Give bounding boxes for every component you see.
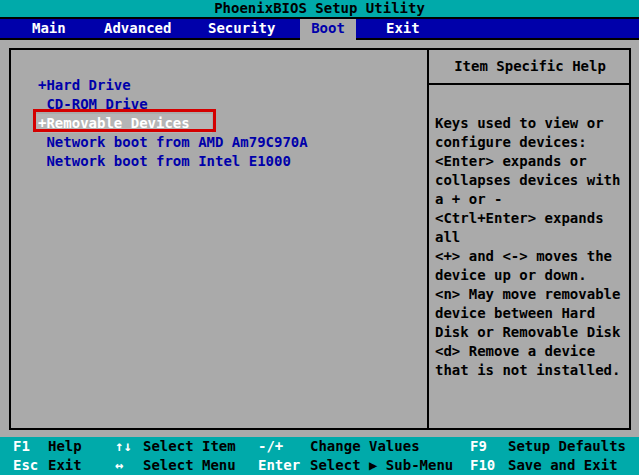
- help-line: a + or -: [435, 190, 629, 209]
- help-line: device between Hard: [435, 304, 629, 323]
- help-line: all: [435, 228, 629, 247]
- help-line: configure devices:: [435, 133, 629, 152]
- label-help: Help: [48, 437, 82, 456]
- help-line: Disk or Removable Disk: [435, 323, 629, 342]
- key-f10: F10: [470, 456, 495, 475]
- label-exit: Exit: [48, 456, 82, 475]
- help-line: collapses devices with: [435, 171, 629, 190]
- label-save-and-exit: Save and Exit: [508, 456, 618, 475]
- menu-item-security[interactable]: Security: [208, 19, 275, 38]
- label-select-item: Select Item: [143, 437, 236, 456]
- help-line: that is not installed.: [435, 361, 629, 380]
- menu-item-advanced[interactable]: Advanced: [104, 19, 171, 38]
- boot-item-hard-drive[interactable]: +Hard Drive: [11, 76, 421, 95]
- annotation-highlight-box: [33, 109, 216, 132]
- help-panel-text: Keys used to view or configure devices: …: [435, 114, 629, 380]
- key-legend-bar: F1 Help ↑↓ Select Item -/+ Change Values…: [0, 437, 639, 475]
- help-line: <d> Remove a device: [435, 342, 629, 361]
- help-line: device up or down.: [435, 266, 629, 285]
- bios-screen: PhoenixBIOS Setup Utility Main Advanced …: [0, 0, 639, 475]
- key-f1: F1: [13, 437, 30, 456]
- boot-item-network-amd[interactable]: Network boot from AMD Am79C970A: [11, 133, 421, 152]
- help-line: <Enter> expands or: [435, 152, 629, 171]
- key-esc: Esc: [13, 456, 38, 475]
- menu-bar: Main Advanced Security Boot Exit: [0, 19, 639, 40]
- help-line: <Ctrl+Enter> expands: [435, 209, 629, 228]
- legend-row-2: Esc Exit ↔ Select Menu Enter Select ▶ Su…: [0, 456, 639, 475]
- help-line: <n> May move removable: [435, 285, 629, 304]
- page-title: PhoenixBIOS Setup Utility: [214, 0, 425, 16]
- key-minus-plus: -/+: [258, 437, 283, 456]
- legend-row-1: F1 Help ↑↓ Select Item -/+ Change Values…: [0, 437, 639, 456]
- menu-item-main[interactable]: Main: [32, 19, 66, 38]
- menu-item-boot-selected[interactable]: Boot: [300, 19, 356, 40]
- menu-item-exit[interactable]: Exit: [386, 19, 420, 38]
- label-change-values: Change Values: [310, 437, 420, 456]
- help-line: Keys used to view or: [435, 114, 629, 133]
- help-heading-divider: [429, 83, 631, 85]
- key-enter: Enter: [258, 456, 300, 475]
- key-leftright-icon: ↔: [115, 456, 123, 475]
- key-f9: F9: [470, 437, 487, 456]
- label-select-menu: Select Menu: [143, 456, 236, 475]
- label-select-submenu: Select ▶ Sub-Menu: [310, 456, 453, 475]
- title-bar: PhoenixBIOS Setup Utility: [0, 0, 639, 19]
- help-panel-heading: Item Specific Help: [429, 50, 631, 83]
- boot-item-network-intel[interactable]: Network boot from Intel E1000: [11, 152, 421, 171]
- label-setup-defaults: Setup Defaults: [508, 437, 626, 456]
- panel-divider: [427, 48, 429, 430]
- key-updown-icon: ↑↓: [115, 437, 132, 456]
- help-line: <+> and <-> moves the: [435, 247, 629, 266]
